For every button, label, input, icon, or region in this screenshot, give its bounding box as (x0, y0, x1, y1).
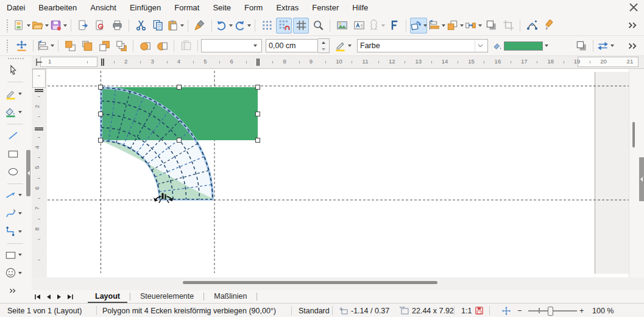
horizontal-ruler[interactable]: 12345689101112131415161718192021 (32, 56, 644, 69)
open-button[interactable] (32, 18, 49, 34)
export-pdf-button[interactable] (92, 18, 108, 34)
scale-indicator[interactable]: 1:1 (461, 304, 472, 317)
line-width-input[interactable]: 0,00 cm (266, 39, 318, 52)
snap-to-grid-button[interactable] (276, 18, 292, 34)
menu-item-seite[interactable]: Seite (206, 0, 238, 15)
redo-button[interactable] (234, 18, 251, 34)
bring-forward-button[interactable] (79, 38, 95, 54)
horizontal-scrollbar[interactable] (183, 281, 437, 284)
line-color-tool[interactable] (5, 87, 22, 102)
shadow-button[interactable] (573, 38, 589, 54)
dropdown-caret[interactable] (348, 45, 352, 47)
align-objects-button[interactable] (428, 18, 445, 34)
menu-item-form[interactable]: Form (238, 0, 269, 15)
new-button[interactable] (13, 18, 30, 34)
toolbar-more-options-button[interactable] (625, 18, 640, 34)
dropdown-caret[interactable] (545, 45, 548, 47)
dropdown-caret[interactable] (442, 24, 445, 27)
dropdown-caret[interactable] (423, 24, 427, 27)
selection-handle[interactable] (256, 138, 260, 143)
selection-handle[interactable] (177, 138, 182, 143)
arrow-style-button[interactable] (597, 38, 614, 54)
menu-item-ansicht[interactable]: Ansicht (83, 0, 123, 15)
paste-button[interactable] (167, 18, 184, 34)
fill-color-tool[interactable] (5, 105, 22, 120)
arrange-button[interactable] (447, 18, 464, 34)
dropdown-caret[interactable] (51, 45, 54, 47)
fill-style-combobox[interactable]: Farbe (357, 39, 488, 52)
line-style-combobox[interactable] (201, 39, 262, 52)
horizontal-scrollbar-track[interactable] (32, 277, 644, 290)
selection-handle[interactable] (99, 112, 103, 116)
next-layer-button[interactable] (54, 292, 65, 302)
behind-object-button[interactable] (154, 38, 170, 54)
select-tool[interactable] (5, 63, 21, 78)
lines-and-arrows-tool[interactable] (5, 188, 22, 203)
tab-layout[interactable]: Layout (87, 291, 129, 302)
dropdown-caret[interactable] (18, 111, 22, 113)
right-panel-grip[interactable] (639, 157, 644, 201)
spin-down-button[interactable] (318, 46, 329, 52)
selection-handle[interactable] (256, 112, 260, 116)
dropdown-caret[interactable] (63, 24, 67, 27)
export-button[interactable] (75, 18, 91, 34)
helplines-while-moving-button[interactable] (293, 18, 309, 34)
left-panel-grip[interactable] (26, 150, 30, 196)
dropdown-caret[interactable] (180, 24, 184, 27)
line-width-spinner[interactable] (318, 38, 330, 53)
tab-malinien[interactable]: Maßlinien (205, 291, 255, 302)
menu-item-extras[interactable]: Extras (269, 0, 305, 15)
fit-page-button[interactable] (502, 304, 511, 317)
dropdown-caret[interactable] (45, 24, 49, 27)
save-status[interactable] (475, 304, 484, 317)
combo-dropdown-button[interactable] (475, 40, 485, 52)
selection-handle[interactable] (177, 85, 182, 90)
menu-item-fenster[interactable]: Fenster (305, 0, 345, 15)
bring-to-front-button[interactable] (62, 38, 78, 54)
copy-button[interactable] (150, 18, 166, 34)
dropdown-caret[interactable] (18, 194, 22, 196)
selection-handle[interactable] (256, 85, 260, 90)
shadow-button[interactable] (483, 18, 499, 34)
dropdown-caret[interactable] (18, 254, 22, 256)
menu-item-format[interactable]: Format (168, 0, 206, 15)
insert-text-box-button[interactable] (351, 18, 367, 34)
tab-steuerelemente[interactable]: Steuerelemente (132, 291, 202, 302)
save-button[interactable] (50, 18, 67, 34)
spin-up-button[interactable] (318, 39, 329, 46)
toolbar-grip[interactable] (7, 57, 24, 60)
menu-item-hilfe[interactable]: Hilfe (345, 0, 375, 15)
toolbar-grip[interactable] (6, 19, 9, 32)
clone-formatting-button[interactable] (192, 18, 208, 34)
dropdown-caret[interactable] (247, 24, 251, 27)
zoom-in-button[interactable]: + (579, 304, 584, 317)
dropdown-caret[interactable] (610, 45, 614, 47)
dropdown-caret[interactable] (18, 272, 22, 274)
vertical-ruler[interactable]: 245678 (32, 69, 48, 277)
selection-handle[interactable] (99, 85, 103, 90)
line-color-button[interactable] (334, 38, 352, 54)
dropdown-caret[interactable] (229, 24, 233, 27)
undo-button[interactable] (216, 18, 233, 34)
toolbox-more-options-button[interactable] (5, 283, 21, 299)
zoom-button[interactable] (310, 18, 326, 34)
connectors-tool[interactable] (5, 224, 22, 239)
dropdown-caret[interactable] (18, 230, 22, 233)
send-backward-button[interactable] (96, 38, 112, 54)
basic-shapes-tool[interactable] (5, 248, 22, 263)
menu-item-einfgen[interactable]: Einfügen (123, 0, 168, 15)
zoom-level[interactable]: 100 % (592, 304, 614, 317)
previous-layer-button[interactable] (43, 292, 54, 302)
cut-button[interactable] (133, 18, 149, 34)
fill-color-swatch[interactable] (504, 41, 543, 51)
close-document-button[interactable] (628, 2, 639, 13)
zoom-out-button[interactable]: − (517, 304, 522, 317)
combo-dropdown-button[interactable] (249, 40, 259, 52)
symbol-shapes-tool[interactable] (5, 266, 22, 281)
distribute-button[interactable] (465, 18, 482, 34)
fontwork-button[interactable] (386, 18, 402, 34)
insert-image-button[interactable] (334, 18, 350, 34)
menu-item-bearbeiten[interactable]: Bearbeiten (32, 0, 83, 15)
glue-points-button[interactable] (541, 18, 557, 34)
zoom-slider-thumb[interactable] (548, 307, 553, 316)
